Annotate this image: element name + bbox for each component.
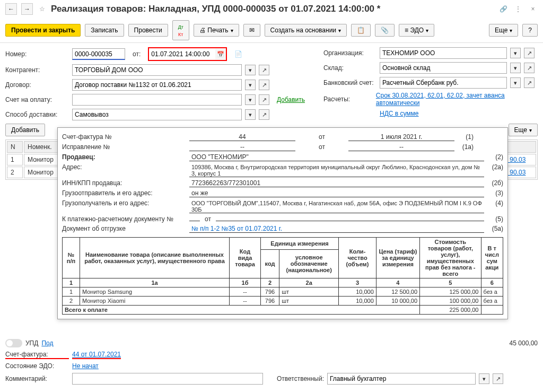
upd-label: УПД: [25, 339, 38, 347]
upd-toggle[interactable]: [5, 339, 22, 347]
attach-button[interactable]: 📎: [375, 24, 395, 37]
counterparty-input[interactable]: [72, 64, 242, 76]
addr-label: Адрес:: [62, 163, 189, 171]
warehouse-input[interactable]: [380, 62, 507, 74]
vat-link[interactable]: НДС в сумме: [380, 110, 419, 117]
close-icon[interactable]: ×: [528, 4, 538, 14]
invoice-link[interactable]: 44 от 01.07.2021: [72, 351, 121, 359]
open-icon[interactable]: ↗: [524, 63, 535, 73]
copy-button[interactable]: 📋: [351, 24, 371, 37]
comment-input[interactable]: [72, 373, 263, 385]
invoice-account-input[interactable]: [72, 94, 242, 106]
shipdoc-label: Документ об отгрузке: [62, 225, 189, 232]
post-close-button[interactable]: Провести и закрыть: [5, 24, 81, 37]
create-based-button[interactable]: Создать на основании: [265, 24, 347, 37]
edo-state-label: Состояние ЭДО:: [5, 362, 69, 370]
dropdown-icon[interactable]: ▾: [479, 373, 489, 384]
forward-button[interactable]: →: [21, 3, 33, 15]
resp-label: Ответственный:: [277, 375, 324, 382]
seller-label: Продавец:: [62, 153, 189, 161]
org-label: Организация:: [323, 49, 376, 57]
table-row: 2Монитор Xiaomi--796шт10,00010 000,00100…: [63, 297, 503, 306]
number-label: Номер:: [5, 50, 69, 58]
warehouse-label: Склад:: [323, 64, 376, 72]
delivery-label: Способ доставки:: [5, 111, 69, 118]
total-amount: 45 000,00: [510, 339, 538, 347]
delivery-input[interactable]: [72, 109, 242, 120]
add-button[interactable]: Добавить: [5, 124, 45, 136]
calc-link[interactable]: Срок 30.08.2021, 62.01, 62.02, зачет ава…: [376, 92, 538, 107]
open-icon[interactable]: ↗: [493, 373, 503, 384]
open-icon[interactable]: ↗: [259, 94, 269, 105]
comment-label: Комментарий:: [5, 375, 69, 382]
calendar-icon[interactable]: 📅: [215, 49, 226, 59]
edo-button[interactable]: ≡ ЭДО: [399, 24, 434, 37]
dropdown-icon[interactable]: ▾: [245, 65, 256, 75]
number-input[interactable]: [72, 48, 125, 60]
col-n: N: [7, 141, 23, 153]
invoice-label: Счет-фактура:: [5, 351, 69, 359]
add-link[interactable]: Добавить: [277, 96, 305, 103]
consignee-label: Грузополучатель и его адрес:: [62, 199, 189, 207]
shipper-label: Грузоотправитель и его адрес:: [62, 189, 189, 197]
pod-link[interactable]: Под: [41, 339, 53, 347]
date-input[interactable]: [149, 48, 215, 60]
page-title: Реализация товаров: Накладная, УПД 0000-…: [51, 4, 494, 14]
more-button[interactable]: Еще: [489, 24, 518, 37]
contract-label: Договор:: [5, 81, 69, 89]
dtkt-button[interactable]: ДтКт: [172, 20, 189, 40]
dropdown-icon[interactable]: ▾: [510, 77, 521, 88]
table-row: 1Монитор Samsung--796шт10,00012 500,0012…: [63, 288, 503, 297]
posted-icon: 📄: [233, 49, 243, 59]
post-button[interactable]: Провести: [128, 24, 168, 37]
invoice-preview-overlay: Счет-фактура № 44 от 1 июля 2021 г. (1) …: [57, 127, 508, 319]
edo-state-link[interactable]: Не начат: [72, 362, 99, 370]
contract-input[interactable]: [72, 79, 242, 91]
open-icon[interactable]: ↗: [524, 77, 535, 88]
mail-button[interactable]: ✉: [243, 24, 260, 37]
resp-input[interactable]: [327, 373, 476, 385]
from-label: от:: [133, 50, 141, 58]
dropdown-icon[interactable]: ▾: [510, 63, 521, 73]
bank-label: Банковский счет:: [323, 79, 376, 86]
help-button[interactable]: ?: [522, 24, 538, 37]
dropdown-icon[interactable]: ▾: [245, 109, 256, 120]
open-icon[interactable]: ↗: [259, 65, 269, 75]
org-input[interactable]: [380, 47, 507, 59]
menu-icon[interactable]: ⋮: [513, 4, 523, 14]
invoice-account-label: Счет на оплату:: [5, 96, 69, 103]
star-icon[interactable]: ☆: [37, 4, 47, 14]
inn-label: ИНН/КПП продавца:: [62, 179, 189, 187]
open-icon[interactable]: ↗: [259, 80, 269, 90]
dropdown-icon[interactable]: ▾: [245, 80, 256, 90]
sf-label: Счет-фактура №: [62, 133, 189, 141]
back-button[interactable]: ←: [5, 3, 17, 15]
invoice-items-table: № п/п Наименование товара (описание выпо…: [62, 237, 503, 315]
payment-label: К платежно-расчетному документу №: [62, 215, 189, 223]
link-icon[interactable]: 🔗: [498, 4, 508, 14]
open-icon[interactable]: ↗: [259, 109, 269, 120]
print-button[interactable]: 🖨 Печать: [194, 24, 239, 37]
save-button[interactable]: Записать: [85, 24, 124, 37]
counterparty-label: Контрагент:: [5, 66, 69, 74]
open-icon[interactable]: ↗: [524, 48, 535, 58]
more-button-2[interactable]: Еще: [509, 124, 538, 136]
dropdown-icon[interactable]: ▾: [510, 48, 521, 58]
bank-input[interactable]: [380, 77, 507, 89]
dropdown-icon[interactable]: ▾: [245, 94, 256, 105]
calc-label: Расчеты:: [323, 95, 373, 103]
corr-label: Исправление №: [62, 143, 189, 151]
